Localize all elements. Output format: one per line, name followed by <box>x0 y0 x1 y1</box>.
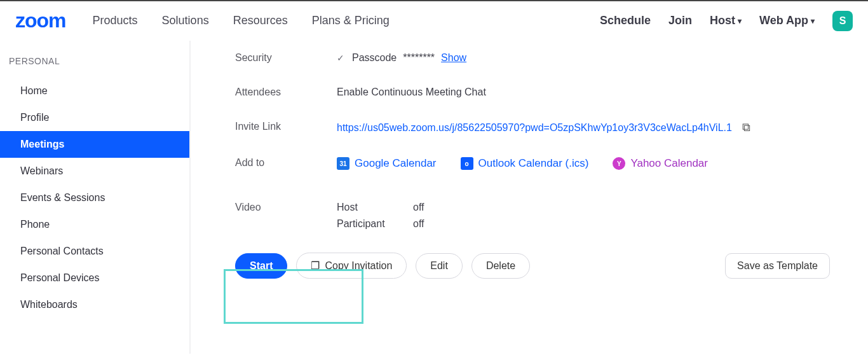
sidebar-item-meetings[interactable]: Meetings <box>0 131 189 158</box>
nav-schedule[interactable]: Schedule <box>600 14 651 27</box>
value-video: Host off Participant off <box>337 202 830 230</box>
outlook-calendar-icon: o <box>461 157 473 170</box>
label-security: Security <box>235 52 337 64</box>
sidebar-item-profile[interactable]: Profile <box>0 104 189 131</box>
row-add-to: Add to 31 Google Calendar o Outlook Cale… <box>235 157 830 170</box>
top-nav: zoom Products Solutions Resources Plans … <box>0 1 868 41</box>
value-invite: https://us05web.zoom.us/j/85622505970?pw… <box>337 121 830 134</box>
zoom-logo[interactable]: zoom <box>15 9 66 32</box>
row-video: Video Host off Participant off <box>235 202 830 230</box>
sidebar-item-webinars[interactable]: Webinars <box>0 158 189 184</box>
video-host-label: Host <box>337 202 413 213</box>
nav-host[interactable]: Host ▾ <box>710 14 742 27</box>
nav-resources[interactable]: Resources <box>233 14 288 27</box>
meeting-detail: Security ✓ Passcode ******** Show Attend… <box>191 41 868 354</box>
copy-link-icon[interactable]: ⧉ <box>742 121 750 134</box>
start-button[interactable]: Start <box>235 253 287 279</box>
sidebar-item-events[interactable]: Events & Sessions <box>0 184 189 211</box>
value-addto: 31 Google Calendar o Outlook Calendar (.… <box>337 157 830 170</box>
chevron-down-icon: ▾ <box>811 17 815 25</box>
label-invite: Invite Link <box>235 121 337 132</box>
add-yahoo-calendar[interactable]: Y Yahoo Calendar <box>613 157 708 170</box>
delete-button[interactable]: Delete <box>471 253 530 279</box>
yahoo-calendar-icon: Y <box>613 157 625 170</box>
row-invite-link: Invite Link https://us05web.zoom.us/j/85… <box>235 121 830 134</box>
sidebar-section-header: PERSONAL <box>0 56 189 78</box>
nav-join[interactable]: Join <box>668 14 692 27</box>
nav-webapp-label: Web App <box>759 14 808 27</box>
row-attendees: Attendees Enable Continuous Meeting Chat <box>235 87 830 98</box>
copy-icon: ❐ <box>311 260 320 272</box>
google-calendar-label: Google Calendar <box>355 157 437 170</box>
copy-invitation-button[interactable]: ❐ Copy Invitation <box>296 253 407 279</box>
video-host-value: off <box>413 202 451 213</box>
check-icon: ✓ <box>337 53 344 63</box>
nav-webapp[interactable]: Web App ▾ <box>759 14 815 27</box>
row-security: Security ✓ Passcode ******** Show <box>235 52 830 64</box>
nav-solutions[interactable]: Solutions <box>162 14 209 27</box>
sidebar-item-contacts[interactable]: Personal Contacts <box>0 238 189 265</box>
avatar[interactable]: S <box>832 11 853 31</box>
sidebar-item-whiteboards[interactable]: Whiteboards <box>0 291 189 318</box>
add-outlook-calendar[interactable]: o Outlook Calendar (.ics) <box>461 157 589 170</box>
video-participant-value: off <box>413 218 451 230</box>
label-video: Video <box>235 202 337 213</box>
label-attendees: Attendees <box>235 87 337 98</box>
show-passcode-link[interactable]: Show <box>441 52 466 64</box>
sidebar-item-home[interactable]: Home <box>0 78 189 104</box>
yahoo-calendar-label: Yahoo Calendar <box>630 157 708 170</box>
chevron-down-icon: ▾ <box>738 17 742 25</box>
main: PERSONAL Home Profile Meetings Webinars … <box>0 41 868 354</box>
invite-link[interactable]: https://us05web.zoom.us/j/85622505970?pw… <box>337 122 732 134</box>
sidebar-item-devices[interactable]: Personal Devices <box>0 265 189 291</box>
copy-invitation-label: Copy Invitation <box>325 260 392 272</box>
nav-host-label: Host <box>710 14 735 27</box>
video-participant-label: Participant <box>337 218 413 230</box>
nav-products[interactable]: Products <box>93 14 138 27</box>
nav-plans-pricing[interactable]: Plans & Pricing <box>312 14 390 27</box>
passcode-mask: ******** <box>403 52 435 64</box>
action-bar: Start ❐ Copy Invitation Edit Delete Save… <box>235 253 830 279</box>
nav-left: Products Solutions Resources Plans & Pri… <box>93 14 390 27</box>
save-template-button[interactable]: Save as Template <box>725 253 830 279</box>
edit-button[interactable]: Edit <box>416 253 463 279</box>
outlook-calendar-label: Outlook Calendar (.ics) <box>478 157 589 170</box>
sidebar: PERSONAL Home Profile Meetings Webinars … <box>0 41 191 354</box>
label-addto: Add to <box>235 157 337 169</box>
sidebar-item-phone[interactable]: Phone <box>0 211 189 238</box>
nav-right: Schedule Join Host ▾ Web App ▾ S <box>600 11 853 31</box>
google-calendar-icon: 31 <box>337 157 349 170</box>
value-security: ✓ Passcode ******** Show <box>337 52 830 64</box>
add-google-calendar[interactable]: 31 Google Calendar <box>337 157 437 170</box>
value-attendees: Enable Continuous Meeting Chat <box>337 87 830 98</box>
passcode-label: Passcode <box>352 52 397 64</box>
